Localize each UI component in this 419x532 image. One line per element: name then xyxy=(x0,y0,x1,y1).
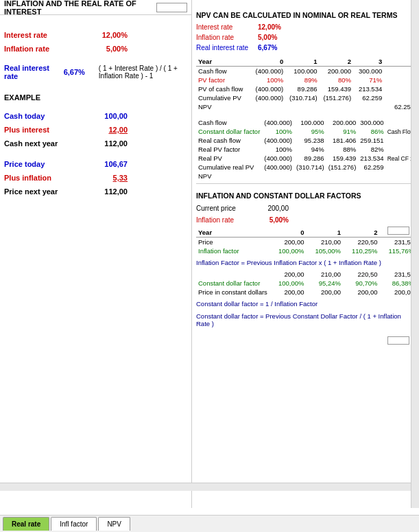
real-interest-label: Real interest rate xyxy=(4,64,58,80)
real-npv-table: Cash flow (400.000)100.000200.000300.000… xyxy=(196,118,419,181)
npv-real-interest-label: Real interest rate xyxy=(196,44,258,51)
npv-interest-label: Interest rate xyxy=(196,23,258,31)
price-today-label: Price today xyxy=(4,160,86,168)
formula-2: Constant dollar factor = 1 / Inflation F… xyxy=(196,299,416,309)
plus-interest-value: 12,00 xyxy=(86,126,128,134)
year-header: Year xyxy=(196,57,252,67)
cash-today-value: 100,00 xyxy=(86,112,128,120)
price-next-year-value: 112,00 xyxy=(86,187,128,196)
infl-section-title: INFLATION AND CONSTANT DOLLAR FACTORS xyxy=(196,192,416,200)
right-box-1 xyxy=(387,227,409,235)
table-row: Constant dollar factor 100%95%91%86% Cas… xyxy=(196,127,419,136)
table-row: Real PV (400.000)89.286159.439213.534 Re… xyxy=(196,154,419,163)
infl-year-header: Year xyxy=(196,228,270,238)
plus-inflation-label: Plus inflation xyxy=(4,174,86,182)
year-3-header: 3 xyxy=(353,57,384,67)
tab-infl-factor[interactable]: Infl factor xyxy=(51,517,97,531)
right-box-2 xyxy=(387,336,409,345)
table-row: PV factor 100%89%80%71% xyxy=(196,76,416,84)
cash-next-year-value: 112,00 xyxy=(86,139,128,148)
current-price-value: 200,00 xyxy=(258,205,289,212)
cash-next-year-label: Cash next year xyxy=(4,139,86,148)
formula-text: ( 1 + Interest Rate ) / ( 1 + Inflation … xyxy=(99,65,187,80)
price-today-value: 106,67 xyxy=(86,160,128,168)
npv-interest-value: 12,00% xyxy=(258,23,285,31)
title-box xyxy=(156,3,187,12)
plus-interest-label: Plus interest xyxy=(4,126,86,134)
table-row: 200,00210,00220,50231,53 xyxy=(196,270,416,279)
table-row: Real PV factor 100%94%88%82% xyxy=(196,145,419,154)
cash-today-label: Cash today xyxy=(4,112,86,120)
real-interest-value: 6,67% xyxy=(58,68,85,76)
example-title: EXAMPLE xyxy=(0,93,191,102)
table-row: Cash flow (400.000)100.000200.000300.000 xyxy=(196,118,419,127)
table-row: Real cash flow (400.000)95.238181.406259… xyxy=(196,136,419,145)
npv-section-title: NPV CAN BE CALCULATED IN NOMINAL OR REAL… xyxy=(196,11,416,19)
nominal-npv-table: Year 0 1 2 3 Cash flow (400.000)100.0002… xyxy=(196,57,416,111)
formula-1: Inflation Factor = Previous Inflation Fa… xyxy=(196,257,416,268)
tab-real-rate[interactable]: Real rate xyxy=(3,517,49,531)
infl-inflation-label: Inflation rate xyxy=(196,216,258,224)
table-row: Price in constant dollars 200,00200,0020… xyxy=(196,288,416,297)
infl-inflation-value: 5,00% xyxy=(258,216,289,224)
table-row: Cash flow (400.000)100.000200.000300.000 xyxy=(196,67,416,76)
table-row: Constant dollar factor 100,00%95,24%90,7… xyxy=(196,279,416,288)
table-row: PV of cash flow (400.000)89.286159.43921… xyxy=(196,84,416,93)
constant-dollar-table: 200,00210,00220,50231,53 Constant dollar… xyxy=(196,270,416,297)
formula-3: Constant dollar factor = Previous Consta… xyxy=(196,311,416,329)
table-row: Price 200,00210,00220,50231,53 xyxy=(196,238,416,247)
price-next-year-label: Price next year xyxy=(4,187,86,196)
year-1-header: 1 xyxy=(285,57,319,67)
table-row: Inflation factor 100,00%105,00%110,25%11… xyxy=(196,246,416,255)
table-row: Cumulative PV (400.000)(310.714)(151.276… xyxy=(196,93,416,102)
npv-real-interest-value: 6,67% xyxy=(258,44,285,51)
spreadsheet-title: INFLATION AND THE REAL RATE OF INTEREST xyxy=(4,0,154,16)
inflation-rate-label: Inflation rate xyxy=(4,45,86,53)
interest-rate-label: Interest rate xyxy=(4,31,86,39)
table-row: NPV 62.259 xyxy=(196,102,416,111)
table-row: Cumulative real PV (400.000)(310.714)(15… xyxy=(196,163,419,172)
current-price-label: Current price xyxy=(196,205,258,212)
vertical-scrollbar[interactable] xyxy=(411,0,419,508)
year-2-header: 2 xyxy=(320,57,353,67)
interest-rate-value: 12,00% xyxy=(86,31,128,39)
tab-bar: Real rate Infl factor NPV xyxy=(0,515,419,532)
tab-npv[interactable]: NPV xyxy=(98,517,130,531)
horizontal-scrollbar[interactable] xyxy=(0,483,419,491)
plus-inflation-value: 5,33 xyxy=(86,174,128,182)
npv-inflation-label: Inflation rate xyxy=(196,34,258,41)
year-0-header: 0 xyxy=(252,57,285,67)
npv-inflation-value: 5,00% xyxy=(258,34,285,41)
table-row: NPV 62.259 xyxy=(196,172,419,181)
inflation-rate-value: 5,00% xyxy=(86,45,128,53)
inflation-table: Year 0 1 2 3 Price 200,00210,00220,50231… xyxy=(196,228,416,255)
